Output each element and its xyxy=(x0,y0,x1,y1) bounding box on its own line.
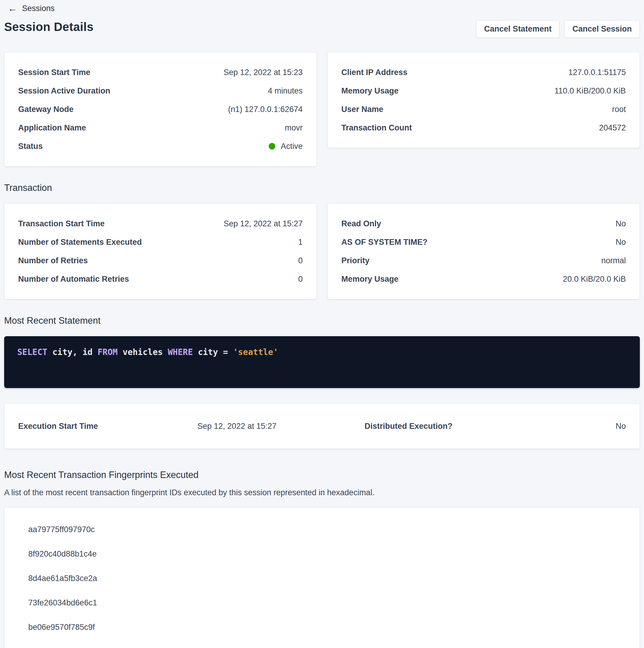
gateway-node-link[interactable]: (n1) 127.0.0.1:62674 xyxy=(228,104,303,114)
summary-row: Session Active Duration 4 minutes xyxy=(18,82,303,100)
sql-plain: city, id xyxy=(47,347,98,357)
header-actions: Cancel Statement Cancel Session xyxy=(476,20,640,38)
transaction-props-card: Read Only No AS OF SYSTEM TIME? No Prior… xyxy=(327,203,640,299)
session-details-page: ← Sessions Session Details Cancel Statem… xyxy=(0,0,644,648)
row-value: 204572 xyxy=(599,123,626,133)
row-label: Number of Automatic Retries xyxy=(18,274,129,284)
row-label: User Name xyxy=(341,104,383,114)
fingerprint-item: 8d4ae61a5fb3ce2a xyxy=(28,566,626,591)
row-label: Application Name xyxy=(18,123,86,133)
row-value: 20.0 KiB/20.0 KiB xyxy=(563,274,626,284)
row-label: Session Start Time xyxy=(18,67,91,77)
fingerprint-list-card: aa79775ff097970c 8f920c40d88b1c4e 8d4ae6… xyxy=(4,507,640,648)
fingerprint-item: 73fe26034bd6e6c1 xyxy=(28,591,626,615)
summary-row: Read Only No xyxy=(341,214,626,233)
statement-section-title: Most Recent Statement xyxy=(4,315,640,326)
row-label: Memory Usage xyxy=(341,86,399,96)
fingerprints-section-title: Most Recent Transaction Fingerprints Exe… xyxy=(4,470,640,480)
row-label: Memory Usage xyxy=(341,274,399,284)
cancel-statement-button[interactable]: Cancel Statement xyxy=(476,20,560,38)
summary-row: Client IP Address 127.0.0.1:51175 xyxy=(341,63,626,82)
row-label: Transaction Count xyxy=(341,123,412,133)
row-value: No xyxy=(516,421,626,431)
row-value: 0 xyxy=(298,256,303,266)
fingerprint-item: ba2b203b823296de xyxy=(28,639,626,648)
sql-statement-text: SELECT city, id FROM vehicles WHERE city… xyxy=(17,346,627,358)
sql-statement-box: SELECT city, id FROM vehicles WHERE city… xyxy=(4,336,640,388)
row-label: Number of Retries xyxy=(18,256,88,266)
fingerprint-item: aa79775ff097970c xyxy=(28,517,626,542)
summary-row: AS OF SYSTEM TIME? No xyxy=(341,233,626,251)
summary-row: Transaction Start Time Sep 12, 2022 at 1… xyxy=(18,214,303,233)
summary-row: Gateway Node (n1) 127.0.0.1:62674 xyxy=(18,100,303,118)
page-header: Session Details Cancel Statement Cancel … xyxy=(4,20,640,38)
breadcrumb-back-sessions[interactable]: ← Sessions xyxy=(8,4,55,13)
sql-keyword: WHERE xyxy=(168,347,193,357)
row-value: root xyxy=(612,104,626,114)
status-badge: Active xyxy=(269,141,303,151)
row-value: 0 xyxy=(298,274,303,284)
sql-keyword: FROM xyxy=(98,347,118,357)
transaction-section-title: Transaction xyxy=(4,182,640,193)
row-value: Sep 12, 2022 at 15:27 xyxy=(109,421,364,431)
row-label: Gateway Node xyxy=(18,104,73,114)
sql-plain: vehicles xyxy=(118,347,168,357)
breadcrumb-label: Sessions xyxy=(22,4,55,13)
summary-row: Number of Retries 0 xyxy=(18,251,303,270)
summary-row: Memory Usage 110.0 KiB/200.0 KiB xyxy=(341,82,626,100)
summary-row: Priority normal xyxy=(341,251,626,270)
row-value: normal xyxy=(601,256,626,266)
summary-row: Transaction Count 204572 xyxy=(341,118,626,137)
row-value: 1 xyxy=(298,237,303,247)
page-title: Session Details xyxy=(4,20,94,34)
execution-info-card: Execution Start Time Sep 12, 2022 at 15:… xyxy=(4,403,640,449)
summary-row: Number of Automatic Retries 0 xyxy=(18,270,303,288)
row-label: Status xyxy=(18,141,43,151)
row-value: Sep 12, 2022 at 15:27 xyxy=(224,219,303,229)
client-info-card: Client IP Address 127.0.0.1:51175 Memory… xyxy=(327,52,640,148)
sql-keyword: SELECT xyxy=(17,347,47,357)
fingerprint-item: 8f920c40d88b1c4e xyxy=(28,542,626,566)
cancel-session-button[interactable]: Cancel Session xyxy=(564,20,640,38)
row-label: Transaction Start Time xyxy=(18,219,105,229)
summary-row: Memory Usage 20.0 KiB/20.0 KiB xyxy=(341,270,626,288)
status-text: Active xyxy=(281,141,303,151)
row-value: 110.0 KiB/200.0 KiB xyxy=(554,86,626,96)
fingerprints-section-description: A list of the most recent transaction fi… xyxy=(4,488,640,497)
row-label: Session Active Duration xyxy=(18,86,110,96)
sql-string-literal: 'seattle' xyxy=(233,347,278,357)
row-label: Priority xyxy=(341,256,370,266)
row-value: movr xyxy=(285,123,303,133)
session-summary-grid: Session Start Time Sep 12, 2022 at 15:23… xyxy=(4,52,640,166)
row-value: 4 minutes xyxy=(268,86,303,96)
row-value: 127.0.0.1:51175 xyxy=(569,67,626,77)
fingerprint-item: be06e9570f785c9f xyxy=(28,615,626,639)
status-active-dot-icon xyxy=(269,143,275,150)
row-value: No xyxy=(616,219,626,229)
row-label: Number of Statements Executed xyxy=(18,237,142,247)
arrow-left-icon: ← xyxy=(8,4,17,13)
summary-row: Session Start Time Sep 12, 2022 at 15:23 xyxy=(18,63,303,82)
row-value: Sep 12, 2022 at 15:23 xyxy=(224,67,303,77)
transaction-info-card: Transaction Start Time Sep 12, 2022 at 1… xyxy=(4,203,317,299)
session-info-card: Session Start Time Sep 12, 2022 at 15:23… xyxy=(4,52,317,166)
row-label: Distributed Execution? xyxy=(364,421,517,431)
row-label: Client IP Address xyxy=(341,67,407,77)
summary-row: Status Active xyxy=(18,137,303,155)
summary-row: User Name root xyxy=(341,100,626,118)
sql-plain: city = xyxy=(193,347,233,357)
summary-row: Number of Statements Executed 1 xyxy=(18,233,303,251)
summary-row: Application Name movr xyxy=(18,118,303,137)
row-label: AS OF SYSTEM TIME? xyxy=(341,237,428,247)
row-label: Read Only xyxy=(341,219,381,229)
row-label: Execution Start Time xyxy=(18,421,109,431)
row-value: No xyxy=(616,237,626,247)
transaction-grid: Transaction Start Time Sep 12, 2022 at 1… xyxy=(4,203,640,299)
